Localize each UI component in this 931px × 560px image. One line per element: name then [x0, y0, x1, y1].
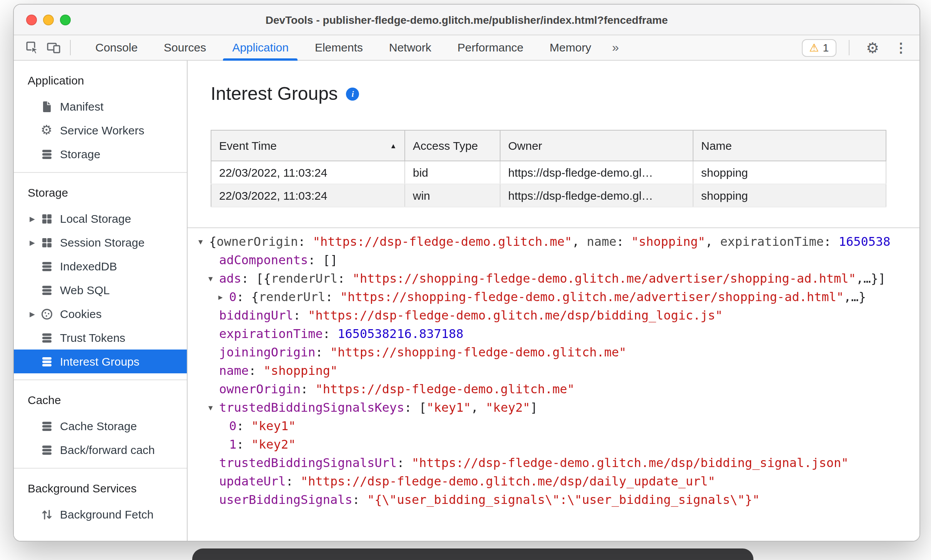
column-header-name[interactable]: Name: [693, 130, 886, 161]
table-row[interactable]: 22/03/2022, 11:03:24 win https://dsp-fle…: [211, 184, 886, 207]
tree-token: :: [617, 234, 632, 249]
tree-line: ▼{ownerOrigin: "https://dsp-fledge-demo.…: [198, 233, 919, 251]
sidebar-item-label: Service Workers: [60, 124, 145, 137]
tree-token: "https://dsp-fledge-demo.glitch.me": [315, 382, 574, 396]
sidebar-item-label: Interest Groups: [60, 355, 140, 368]
tab-memory[interactable]: Memory: [537, 35, 604, 60]
sidebar-item-back-forward-cache[interactable]: Back/forward cach: [14, 438, 187, 462]
devtools-body: Application Manifest ⚙ Service Workers: [14, 61, 919, 541]
tree-token: ,: [471, 400, 486, 415]
tree-token: 1650538216.837188: [337, 326, 464, 341]
sidebar-section-background-services: Background Services Background Fetch: [14, 469, 187, 532]
tree-expander-open-icon[interactable]: ▼: [198, 233, 209, 251]
info-icon[interactable]: i: [346, 87, 359, 100]
cell-access-type: win: [405, 184, 500, 207]
sidebar-item-storage[interactable]: Storage: [14, 142, 187, 166]
toolbar-separator: [849, 40, 850, 55]
tree-line: trustedBiddingSignalsUrl: "https://dsp-f…: [198, 454, 919, 472]
tree-expander-closed-icon[interactable]: ▶: [218, 288, 229, 307]
tab-elements[interactable]: Elements: [302, 35, 376, 60]
tree-token: trustedBiddingSignalsKeys: [219, 400, 404, 415]
sidebar-item-service-workers[interactable]: ⚙ Service Workers: [14, 118, 187, 142]
tab-network[interactable]: Network: [376, 35, 444, 60]
tree-token: expirationTime: [720, 234, 824, 249]
more-tabs-icon[interactable]: »: [604, 35, 627, 60]
sidebar-item-label: Web SQL: [60, 283, 110, 297]
tree-token: name: [219, 363, 249, 378]
cell-owner: https://dsp-fledge-demo.gl…: [500, 161, 693, 184]
tree-line: ▶0: {renderUrl: "https://shopping-fledge…: [198, 288, 919, 307]
tree-token: :: [293, 308, 308, 323]
up-down-arrows-icon: [40, 508, 53, 520]
tree-line: ▼ads: [{renderUrl: "https://shopping-fle…: [198, 270, 919, 288]
zoom-button[interactable]: [60, 15, 71, 25]
tree-token: ownerOrigin: [216, 234, 298, 249]
database-icon: [40, 420, 53, 432]
tree-expander-open-icon[interactable]: ▼: [208, 399, 219, 417]
sidebar-item-cache-storage[interactable]: Cache Storage: [14, 414, 187, 438]
sidebar-item-interest-groups[interactable]: Interest Groups: [14, 350, 187, 373]
sidebar-item-cookies[interactable]: ▶ Cookies: [14, 302, 187, 326]
sidebar-item-label: Manifest: [60, 100, 103, 113]
warning-badge[interactable]: ⚠ 1: [801, 39, 836, 56]
tab-application[interactable]: Application: [219, 35, 302, 60]
tree-token: :: [323, 326, 338, 341]
sidebar-item-label: Trust Tokens: [60, 331, 125, 344]
tree-expander-open-icon[interactable]: ▼: [208, 270, 219, 288]
cell-owner: https://dsp-fledge-demo.gl…: [500, 184, 693, 207]
window-titlebar: DevTools - publisher-fledge-demo.glitch.…: [14, 5, 919, 35]
tree-token: biddingUrl: [219, 308, 293, 323]
tree-token: :: [236, 290, 251, 304]
tree-token: [: [419, 400, 426, 415]
sidebar-item-web-sql[interactable]: Web SQL: [14, 278, 187, 302]
inspect-element-icon[interactable]: [22, 37, 43, 58]
sidebar-item-label: Cookies: [60, 307, 101, 320]
settings-gear-icon[interactable]: ⚙: [862, 37, 883, 58]
tree-token: renderUrl: [271, 271, 337, 286]
tree-token: :: [241, 271, 256, 286]
column-header-event-time[interactable]: Event Time ▲: [211, 130, 405, 161]
tree-token: 1650538: [839, 234, 891, 249]
tree-line: adComponents: []: [198, 251, 919, 270]
expand-arrow-icon[interactable]: ▶: [25, 215, 40, 222]
tab-sources[interactable]: Sources: [151, 35, 219, 60]
tree-token: "https://dsp-fledge-demo.glitch.me/dsp/d…: [301, 474, 715, 489]
tree-line: updateUrl: "https://dsp-fledge-demo.glit…: [198, 472, 919, 491]
database-icon: [40, 331, 53, 344]
sidebar-item-label: Local Storage: [60, 212, 131, 225]
expand-arrow-icon[interactable]: ▶: [25, 310, 40, 318]
column-header-access-type[interactable]: Access Type: [405, 130, 500, 161]
panel-divider: [188, 227, 919, 228]
sidebar-item-background-fetch[interactable]: Background Fetch: [14, 502, 187, 526]
customize-menu-icon[interactable]: ⋮: [890, 37, 912, 58]
tree-line: ▼trustedBiddingSignalsKeys: ["key1", "ke…: [198, 399, 919, 417]
tree-token: "https://dsp-fledge-demo.glitch.me/dsp/b…: [308, 308, 723, 323]
sidebar-item-session-storage[interactable]: ▶ Session Storage: [14, 230, 187, 254]
cell-name: shopping: [693, 184, 886, 207]
sidebar-item-manifest[interactable]: Manifest: [14, 94, 187, 118]
minimize-button[interactable]: [43, 15, 54, 25]
cell-name: shopping: [693, 161, 886, 184]
sidebar-item-local-storage[interactable]: ▶ Local Storage: [14, 207, 187, 230]
tree-token: ownerOrigin: [219, 382, 301, 396]
tree-token: 1: [229, 437, 236, 452]
tree-token: :: [236, 419, 251, 433]
sidebar-item-trust-tokens[interactable]: Trust Tokens: [14, 326, 187, 350]
close-button[interactable]: [26, 15, 37, 25]
expand-arrow-icon[interactable]: ▶: [25, 239, 40, 246]
tree-token: {: [209, 234, 216, 249]
tree-token: name: [587, 234, 617, 249]
column-header-owner[interactable]: Owner: [500, 130, 693, 161]
tree-token: {: [251, 290, 259, 304]
sidebar-item-indexeddb[interactable]: IndexedDB: [14, 254, 187, 278]
tree-token: "https://shopping-fledge-demo.glitch.me": [330, 345, 627, 360]
screen: DevTools - publisher-fledge-demo.glitch.…: [0, 0, 931, 560]
warning-count: 1: [823, 41, 829, 54]
tab-performance[interactable]: Performance: [444, 35, 537, 60]
tree-line: userBiddingSignals: "{\"user_bidding_sig…: [198, 491, 919, 509]
tab-console[interactable]: Console: [82, 35, 151, 60]
table-header-row: Event Time ▲ Access Type Owner Name: [211, 130, 886, 161]
device-toolbar-icon[interactable]: [43, 37, 65, 58]
tree-line: ownerOrigin: "https://dsp-fledge-demo.gl…: [198, 380, 919, 399]
table-row[interactable]: 22/03/2022, 11:03:24 bid https://dsp-fle…: [211, 161, 886, 184]
